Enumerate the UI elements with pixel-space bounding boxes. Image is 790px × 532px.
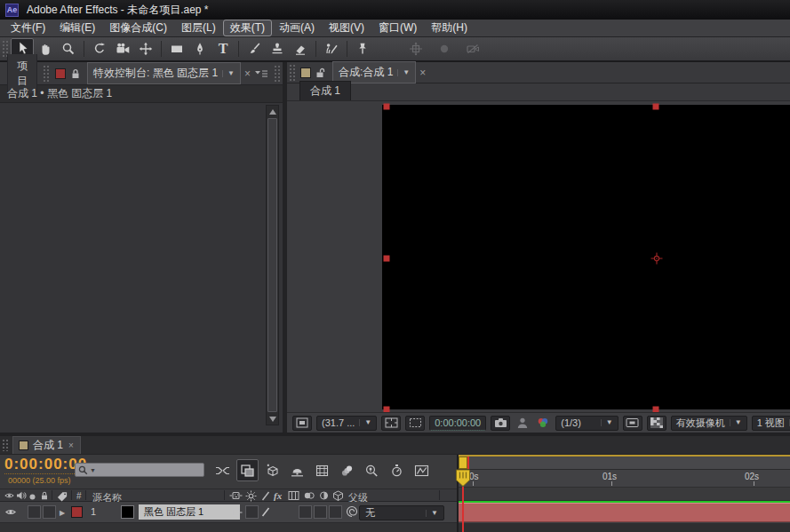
time-navigator[interactable] — [459, 457, 790, 470]
layer-handle-top-center[interactable] — [653, 104, 659, 110]
collapse-switch-cell[interactable] — [245, 505, 259, 519]
live-update-button[interactable] — [236, 459, 259, 481]
roto-brush-tool-button[interactable] — [320, 38, 343, 60]
lock-column-icon[interactable] — [39, 490, 50, 501]
lock-icon[interactable] — [69, 67, 82, 80]
panel-grip[interactable] — [43, 65, 50, 83]
draft-3d-button[interactable] — [261, 459, 283, 481]
quality-column-icon[interactable] — [260, 490, 271, 502]
safe-margins-button[interactable] — [381, 416, 401, 431]
view-layout-dropdown[interactable]: 1 视图▼ — [752, 416, 790, 431]
menu-file[interactable]: 文件(F) — [4, 20, 52, 36]
timeline-search-box[interactable]: ▼ — [75, 463, 204, 477]
expand-layer-arrow[interactable]: ▶ — [60, 509, 65, 517]
layer-duration-bar[interactable] — [459, 503, 790, 522]
solo-switch-cell[interactable] — [43, 505, 56, 519]
solid-color-thumbnail[interactable] — [121, 505, 134, 519]
shy-column-icon[interactable] — [229, 490, 243, 501]
menu-layer[interactable]: 图层(L) — [174, 20, 223, 36]
composition-viewport[interactable] — [287, 101, 790, 412]
zoom-level-dropdown[interactable]: (31.7 ...▼ — [316, 416, 377, 431]
scroll-up-button[interactable] — [267, 106, 278, 117]
menu-help[interactable]: 帮助(H) — [424, 20, 475, 36]
layer-handle-mid-left[interactable] — [384, 256, 390, 262]
menu-edit[interactable]: 编辑(E) — [52, 20, 102, 36]
label-column-tag-icon[interactable] — [56, 490, 68, 502]
menu-animation[interactable]: 动画(A) — [272, 20, 322, 36]
local-axis-mode-icon[interactable] — [404, 38, 427, 60]
world-axis-mode-icon[interactable] — [433, 38, 456, 60]
3d-column-cube-icon[interactable] — [332, 490, 344, 502]
layer-label-color[interactable] — [71, 506, 83, 518]
grid-guides-button[interactable] — [292, 416, 312, 431]
black-solid-layer[interactable] — [382, 105, 790, 409]
layer-name[interactable]: 黑色 固态层 1 — [139, 504, 240, 520]
motion-blur-button[interactable] — [311, 459, 333, 481]
panel-grip[interactable] — [289, 64, 296, 82]
3d-switch-cell[interactable] — [329, 505, 342, 519]
effects-column-label[interactable]: fx — [274, 490, 282, 501]
audio-column-speaker-icon[interactable] — [16, 490, 27, 501]
resolution-dropdown[interactable]: (1/3)▼ — [555, 416, 618, 431]
layer-row[interactable]: ▶ 1 黑色 固态层 1 无 ▼ — [0, 502, 457, 523]
auto-keyframe-button[interactable] — [386, 459, 408, 481]
text-tool-button[interactable]: T — [211, 38, 235, 60]
rotation-tool-button[interactable] — [88, 38, 111, 60]
chevron-down-icon[interactable]: ▼ — [601, 419, 613, 426]
zoom-tool-button[interactable] — [57, 38, 80, 60]
frame-blend-button[interactable] — [286, 459, 308, 481]
layer-quality-switch[interactable] — [260, 506, 271, 518]
active-camera-dropdown[interactable]: 有效摄像机▼ — [671, 416, 747, 431]
tab-timeline-comp1[interactable]: 合成 1 × — [12, 436, 81, 454]
scrollbar-thumb[interactable] — [267, 118, 277, 412]
collapse-column-sun-icon[interactable] — [245, 490, 257, 502]
search-options-icon[interactable]: ▼ — [90, 467, 96, 473]
adjustment-column-icon[interactable] — [318, 490, 330, 501]
panel-menu-icon[interactable] — [254, 68, 268, 79]
layer-visibility-eye-icon[interactable] — [4, 506, 17, 518]
menu-view[interactable]: 视图(V) — [322, 20, 371, 36]
menu-composition[interactable]: 图像合成(C) — [102, 20, 174, 36]
snapshot-camera-icon[interactable] — [491, 416, 510, 431]
fast-preview-button[interactable] — [623, 416, 642, 431]
frame-blend-column-icon[interactable] — [288, 490, 299, 501]
puppet-pin-tool-button[interactable] — [351, 38, 374, 60]
eraser-tool-button[interactable] — [289, 38, 312, 60]
anchor-point-crosshair[interactable] — [650, 251, 664, 266]
tab-effect-controls[interactable]: 特效控制台: 黑色 固态层 1 ▼ — [87, 62, 241, 84]
mini-flowchart-button[interactable] — [211, 459, 234, 481]
scroll-down-button[interactable] — [267, 413, 278, 425]
region-of-interest-button[interactable] — [405, 416, 425, 431]
vertical-scrollbar[interactable] — [266, 105, 279, 425]
effect-controls-content[interactable] — [0, 103, 283, 433]
close-panel-icon[interactable]: × — [241, 68, 254, 79]
navigator-time-marker[interactable] — [459, 457, 467, 469]
menu-effect[interactable]: 效果(T) — [223, 20, 272, 36]
layer-handle-top-left[interactable] — [384, 104, 390, 110]
clone-stamp-tool-button[interactable] — [266, 38, 289, 60]
current-time-line[interactable] — [462, 487, 464, 532]
camera-tool-button[interactable] — [111, 38, 134, 60]
index-column-label[interactable]: # — [76, 491, 82, 501]
close-tab-icon[interactable]: × — [68, 441, 75, 450]
chevron-down-icon[interactable]: ▼ — [730, 419, 742, 426]
layer-shy-switch[interactable] — [229, 507, 243, 518]
show-channels-icon[interactable] — [535, 416, 551, 431]
brush-tool-button[interactable] — [243, 38, 266, 60]
unlock-icon[interactable] — [315, 67, 327, 79]
chevron-down-icon[interactable]: ▼ — [397, 69, 410, 76]
menu-window[interactable]: 窗口(W) — [371, 20, 424, 36]
audio-switch-cell[interactable] — [28, 505, 41, 519]
graph-editor-button[interactable] — [411, 459, 433, 481]
parent-pickwhip-icon[interactable] — [346, 505, 358, 518]
view-axis-mode-icon[interactable] — [461, 38, 484, 60]
parent-dropdown[interactable]: 无 ▼ — [359, 505, 444, 520]
transparency-grid-button[interactable] — [647, 416, 666, 431]
motion-blur-switch-cell[interactable] — [314, 505, 327, 519]
current-time-indicator[interactable] — [455, 469, 471, 488]
viewer-timecode[interactable]: 0:00:00:00 — [429, 416, 486, 431]
chevron-down-icon[interactable]: ▼ — [359, 419, 371, 426]
rectangle-tool-button[interactable] — [165, 38, 188, 60]
chevron-down-icon[interactable]: ▼ — [222, 70, 235, 77]
panel-grip[interactable] — [274, 65, 281, 83]
